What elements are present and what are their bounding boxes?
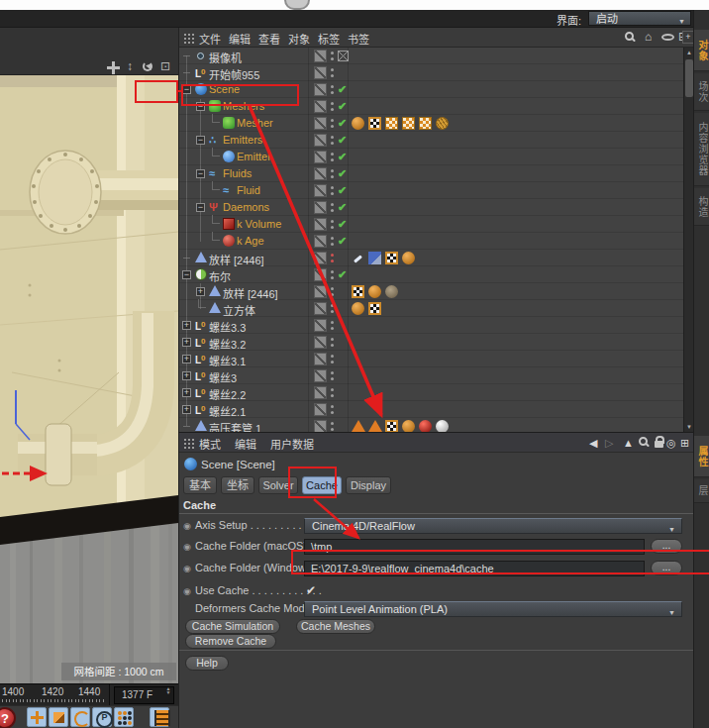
layer-toggle-icon[interactable] — [314, 336, 327, 349]
visibility-dots-icon[interactable] — [331, 254, 334, 257]
texture-tag-tri-icon[interactable] — [352, 420, 365, 432]
layer-toggle-icon[interactable] — [314, 285, 327, 298]
visibility-dots-icon[interactable] — [331, 169, 334, 172]
object-label[interactable]: k Age — [237, 235, 264, 247]
object-row[interactable]: −布尔✔ — [179, 266, 683, 283]
enabled-check-icon[interactable]: ✔ — [338, 167, 347, 180]
visibility-dots-icon[interactable] — [331, 405, 334, 408]
object-row[interactable]: 摄像机 — [179, 48, 683, 64]
layer-toggle-icon[interactable] — [314, 403, 327, 416]
layer-toggle-icon[interactable] — [314, 252, 327, 264]
object-label[interactable]: Meshers — [223, 100, 264, 112]
texture-tag-blue-icon[interactable] — [368, 252, 381, 264]
object-row[interactable]: −≈Fluids✔ — [179, 165, 683, 182]
texture-tag-white-icon[interactable] — [436, 420, 449, 432]
move-icon[interactable] — [107, 61, 120, 74]
texture-tag-bw-icon[interactable] — [368, 302, 381, 315]
object-label[interactable]: 立方体 — [223, 302, 255, 318]
anim-dot-icon[interactable]: ◉ — [183, 586, 191, 596]
tab-takes[interactable]: 场次 — [694, 73, 709, 111]
expand-icon[interactable]: + — [182, 321, 191, 330]
tab-layers[interactable]: 层 — [694, 479, 709, 503]
object-row[interactable]: 立方体 — [179, 300, 683, 317]
target-icon[interactable]: ◎ — [666, 437, 676, 450]
menu-mode[interactable]: 模式 — [199, 436, 221, 452]
camera-marker-icon[interactable] — [338, 51, 349, 61]
visibility-dots-icon[interactable] — [331, 237, 334, 240]
tab-coords[interactable]: 坐标 — [221, 476, 254, 494]
object-row[interactable]: +L0螺丝3.3 — [179, 317, 683, 334]
texture-tag-bw-icon[interactable] — [368, 117, 381, 130]
visibility-dots-icon[interactable] — [331, 422, 334, 425]
enabled-check-icon[interactable]: ✔ — [338, 117, 347, 130]
object-label[interactable]: 高压套管.1 — [209, 420, 261, 432]
layer-toggle-icon[interactable] — [314, 117, 327, 130]
cache-folder-macos-field[interactable]: \tmp — [304, 539, 645, 555]
expand-icon[interactable]: + — [196, 287, 205, 296]
anim-dot-icon[interactable]: ◉ — [183, 564, 191, 573]
expand-icon[interactable]: + — [182, 355, 191, 364]
add-icon[interactable]: ⊞ — [680, 437, 689, 450]
rotate-icon[interactable] — [143, 61, 152, 71]
layer-toggle-icon[interactable] — [314, 201, 327, 214]
object-label[interactable]: 螺丝2.2 — [209, 386, 246, 402]
layer-toggle-icon[interactable] — [314, 319, 327, 332]
object-row[interactable]: L0开始帧955 — [179, 64, 683, 81]
layer-toggle-icon[interactable] — [314, 83, 327, 96]
visibility-dots-icon[interactable] — [331, 52, 334, 54]
collapse-icon[interactable]: − — [182, 85, 191, 94]
menu-objects[interactable]: 对象 — [288, 31, 310, 47]
enabled-check-icon[interactable]: ✔ — [338, 218, 347, 231]
object-label[interactable]: 螺丝3.1 — [209, 353, 246, 368]
object-label[interactable]: 螺丝2.1 — [209, 403, 246, 419]
visibility-dots-icon[interactable] — [331, 153, 334, 156]
object-label[interactable]: Mesher — [237, 117, 273, 129]
visibility-dots-icon[interactable] — [331, 203, 334, 206]
object-row[interactable]: −Meshers✔ — [179, 98, 683, 115]
tab-content-browser[interactable]: 内容浏览器 — [694, 113, 709, 186]
layer-toggle-icon[interactable] — [314, 420, 327, 432]
cache-meshes-button[interactable]: Cache Meshes — [296, 619, 375, 634]
collapse-icon[interactable]: − — [196, 169, 205, 178]
visibility-dots-icon[interactable] — [331, 220, 334, 223]
interface-dropdown[interactable]: 启动 ▼ — [588, 11, 691, 26]
menu-bookmarks[interactable]: 书签 — [348, 31, 369, 47]
texture-tag-sphere-icon[interactable] — [402, 252, 415, 264]
visibility-dots-icon[interactable] — [331, 287, 334, 290]
browse-button[interactable]: ... — [651, 561, 682, 575]
layer-toggle-icon[interactable] — [314, 218, 327, 231]
object-label[interactable]: k Volume — [237, 218, 281, 230]
lock-icon[interactable] — [655, 441, 663, 448]
object-label[interactable]: Scene — [209, 83, 240, 95]
model-tool-icon[interactable] — [49, 707, 68, 727]
maximize-icon[interactable]: ⊡ — [160, 59, 170, 73]
object-label[interactable]: Daemons — [223, 201, 269, 213]
object-row[interactable]: 高压套管.1 — [179, 418, 683, 432]
collapse-icon[interactable]: − — [182, 270, 191, 279]
layer-toggle-icon[interactable] — [314, 369, 327, 382]
expand-icon[interactable]: + — [182, 338, 191, 347]
object-row[interactable]: k Volume✔ — [179, 216, 683, 233]
layer-toggle-icon[interactable] — [314, 302, 327, 315]
anim-dot-icon[interactable]: ◉ — [183, 542, 191, 552]
object-row[interactable]: 放样 [2446] — [179, 250, 683, 266]
texture-tag-oc-icon[interactable] — [419, 117, 432, 130]
viewport-3d-canvas[interactable] — [0, 75, 178, 683]
expand-icon[interactable]: + — [182, 371, 191, 380]
object-row[interactable]: Emitter✔ — [179, 149, 683, 165]
object-row[interactable]: +放样 [2446] — [179, 283, 683, 300]
search-icon[interactable] — [625, 32, 634, 41]
menu-user-data[interactable]: 用户数据 — [270, 436, 314, 452]
texture-tag-oc-icon[interactable] — [402, 117, 415, 130]
texture-tag-bw-icon[interactable] — [385, 252, 398, 264]
scrollbar[interactable]: ▲ ▼ — [683, 48, 693, 432]
object-label[interactable]: Fluid — [237, 184, 260, 196]
object-label[interactable]: 摄像机 — [209, 50, 242, 65]
enabled-check-icon[interactable]: ✔ — [338, 235, 347, 248]
layer-toggle-icon[interactable] — [314, 268, 327, 281]
browse-button[interactable]: ... — [651, 539, 682, 554]
expand-icon[interactable]: + — [182, 405, 191, 414]
render-film-icon[interactable] — [150, 707, 169, 727]
help-button[interactable]: Help — [185, 656, 229, 671]
visibility-dots-icon[interactable] — [331, 186, 334, 189]
